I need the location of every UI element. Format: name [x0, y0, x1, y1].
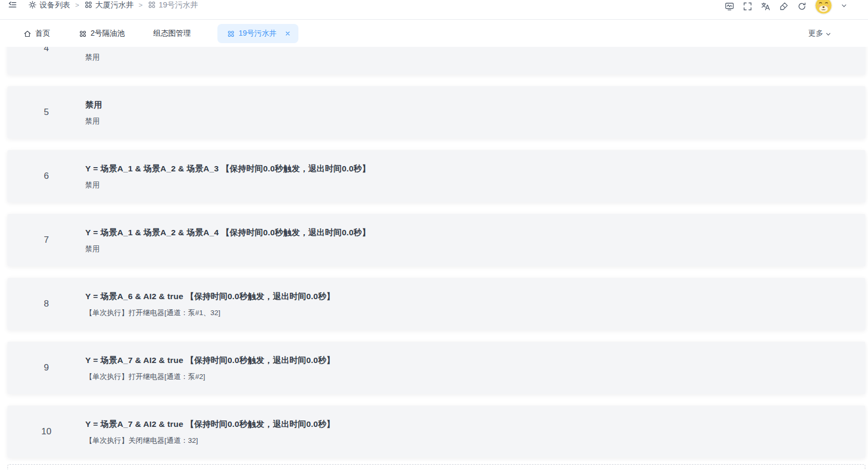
- tab-19号污水井[interactable]: 19号污水井: [217, 24, 299, 43]
- rule-action: 禁用: [85, 244, 853, 254]
- apps-icon: [148, 1, 156, 9]
- rule-row[interactable]: 7 Y = 场景A_1 & 场景A_2 & 场景A_4 【保持时间0.0秒触发，…: [7, 214, 865, 266]
- breadcrumb-separator: >: [75, 1, 79, 9]
- theme-icon[interactable]: [779, 2, 789, 12]
- rule-action: 禁用: [85, 53, 853, 62]
- rule-action: 【单次执行】打开继电器[通道：泵#2]: [85, 372, 853, 382]
- rule-action: 禁用: [85, 117, 853, 126]
- rule-text: 禁用 禁用: [85, 99, 865, 126]
- tab-2号隔油池[interactable]: 2号隔油池: [77, 24, 127, 43]
- rule-condition: Y = 场景A_1 & 场景A_2 & 场景A_4 【保持时间0.0秒触发，退出…: [85, 227, 853, 238]
- apps-icon: [227, 30, 235, 38]
- rule-action: 【单次执行】关闭继电器[通道：32]: [85, 436, 853, 446]
- fullscreen-icon[interactable]: [743, 2, 752, 12]
- tab-label: 2号隔油池: [91, 29, 125, 38]
- menu-collapse-icon[interactable]: [7, 0, 18, 10]
- translate-icon[interactable]: [761, 2, 770, 12]
- tab-label: 19号污水井: [239, 29, 277, 38]
- rule-row[interactable]: 9 Y = 场景A_7 & AI2 & true 【保持时间0.0秒触发，退出时…: [7, 342, 865, 394]
- dashboard-icon[interactable]: [725, 2, 734, 12]
- tab-首页[interactable]: 首页: [21, 24, 52, 43]
- add-rule-area[interactable]: [7, 464, 865, 470]
- breadcrumb-item[interactable]: 大厦污水井: [84, 0, 134, 10]
- rule-number: 10: [7, 426, 85, 437]
- breadcrumb-separator: >: [139, 1, 143, 9]
- top-header: 设备列表>大厦污水井>19号污水井: [0, 0, 868, 20]
- rule-text: Y = 场景A_6 & AI2 & true 【保持时间0.0秒触发，退出时间0…: [85, 291, 865, 318]
- more-tabs-label: 更多: [808, 29, 823, 38]
- header-actions: [716, 0, 848, 14]
- apps-icon: [84, 1, 93, 9]
- tab-组态图管理[interactable]: 组态图管理: [151, 24, 193, 43]
- more-tabs-button[interactable]: 更多: [805, 28, 835, 39]
- home-icon: [23, 30, 31, 38]
- rule-text: Y = 场景A_7 & AI2 & true 【保持时间0.0秒触发，退出时间0…: [85, 418, 865, 446]
- rule-condition: Y = 场景A_7 & AI2 & true 【保持时间0.0秒触发，退出时间0…: [85, 418, 853, 430]
- breadcrumb: 设备列表>大厦污水井>19号污水井: [28, 0, 198, 10]
- rule-row[interactable]: 6 Y = 场景A_1 & 场景A_2 & 场景A_3 【保持时间0.0秒触发，…: [7, 150, 865, 202]
- breadcrumb-label: 大厦污水井: [95, 0, 134, 10]
- gear-icon: [28, 1, 37, 9]
- rule-condition: Y = 场景A_6 & AI2 & true 【保持时间0.0秒触发，退出时间0…: [85, 291, 853, 302]
- avatar[interactable]: [815, 0, 832, 14]
- apps-icon: [79, 30, 87, 38]
- header-left: 设备列表>大厦污水井>19号污水井: [7, 0, 198, 10]
- tab-label: 首页: [35, 29, 50, 38]
- breadcrumb-label: 设备列表: [39, 0, 70, 10]
- tab-label: 组态图管理: [153, 29, 191, 38]
- breadcrumb-item[interactable]: 19号污水井: [148, 0, 198, 10]
- rule-action: 【单次执行】打开继电器[通道：泵#1、32]: [85, 308, 853, 318]
- rule-number: 9: [7, 362, 85, 373]
- refresh-icon[interactable]: [797, 2, 807, 12]
- rule-number: 8: [7, 299, 85, 309]
- rule-condition: Y = 场景A_1 & 场景A_2 & 场景A_3 【保持时间0.0秒触发，退出…: [85, 163, 853, 175]
- rule-condition: Y = 场景A_7 & AI2 & true 【保持时间0.0秒触发，退出时间0…: [85, 354, 853, 366]
- chevron-down-icon[interactable]: [840, 2, 848, 12]
- close-icon[interactable]: [285, 30, 291, 37]
- tab-bar: 首页2号隔油池组态图管理19号污水井 更多: [0, 20, 868, 47]
- breadcrumb-item[interactable]: 设备列表: [28, 0, 70, 10]
- rule-row[interactable]: 8 Y = 场景A_6 & AI2 & true 【保持时间0.0秒触发，退出时…: [7, 278, 865, 330]
- rule-condition: 禁用: [85, 99, 853, 111]
- rule-text: Y = 场景A_1 & 场景A_2 & 场景A_4 【保持时间0.0秒触发，退出…: [85, 227, 865, 254]
- rule-text: Y = 场景A_7 & AI2 & true 【保持时间0.0秒触发，退出时间0…: [85, 354, 865, 382]
- breadcrumb-label: 19号污水井: [159, 0, 198, 10]
- rule-number: 7: [7, 235, 85, 245]
- rule-row[interactable]: 10 Y = 场景A_7 & AI2 & true 【保持时间0.0秒触发，退出…: [7, 406, 865, 458]
- rule-text: Y = 场景A_1 & 场景A_2 & 场景A_3 【保持时间0.0秒触发，退出…: [85, 163, 865, 190]
- rule-number: 5: [7, 107, 85, 118]
- chevron-down-icon: [825, 31, 832, 38]
- rule-number: 6: [7, 171, 85, 182]
- rule-row[interactable]: 5 禁用 禁用: [7, 86, 865, 138]
- rule-list: 4 禁用 5 禁用 禁用 6 Y = 场景A_1 & 场景A_2 & 场景A_3…: [0, 0, 868, 470]
- rule-action: 禁用: [85, 180, 853, 190]
